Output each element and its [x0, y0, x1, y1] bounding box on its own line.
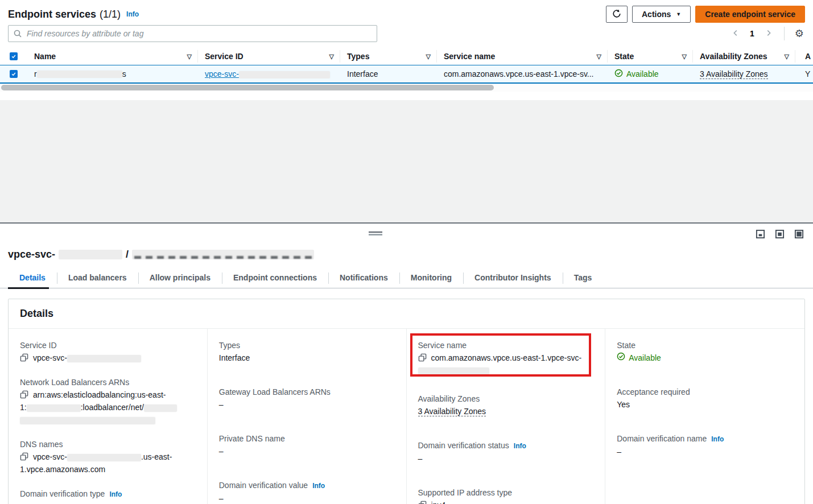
- tab-label: Monitoring: [411, 273, 452, 282]
- field-label: Domain verification statusInfo: [418, 439, 594, 452]
- filter-icon[interactable]: ▽: [426, 53, 431, 60]
- filter-icon[interactable]: ▽: [785, 53, 789, 60]
- tab-details[interactable]: Details: [8, 270, 57, 288]
- field-label: State: [617, 339, 793, 352]
- redacted-text: [20, 417, 155, 424]
- field-label: DNS names: [20, 438, 196, 451]
- field-label: Gateway Load Balancers ARNs: [219, 386, 395, 398]
- field-label: Service name: [418, 339, 594, 352]
- page-number[interactable]: 1: [748, 29, 757, 38]
- pagination-prev-button[interactable]: [729, 27, 742, 41]
- tab-endpoint-connections[interactable]: Endpoint connections: [222, 270, 328, 288]
- tab-tags[interactable]: Tags: [563, 270, 604, 288]
- types-cell: Interface: [340, 69, 437, 79]
- tab-monitoring[interactable]: Monitoring: [399, 270, 463, 288]
- redacted-text: [144, 404, 177, 412]
- tab-contributor-insights[interactable]: Contributor Insights: [463, 270, 563, 288]
- column-header-truncated[interactable]: A: [795, 52, 813, 61]
- check-circle-icon: [614, 69, 623, 79]
- copy-icon[interactable]: [20, 452, 28, 462]
- filter-icon[interactable]: ▽: [682, 53, 687, 60]
- pagination-next-button[interactable]: [762, 27, 775, 41]
- panel-tabs: Details Load balancers Allow principals …: [0, 270, 813, 288]
- details-heading: Details: [9, 299, 804, 329]
- copy-icon[interactable]: [20, 390, 28, 400]
- panel-drag-handle[interactable]: [369, 232, 382, 236]
- search-input[interactable]: [8, 25, 377, 42]
- table-header-row: Name▽ Service ID▽ Types▽ Service name▽ S…: [0, 48, 813, 65]
- copy-icon[interactable]: [20, 353, 28, 363]
- copy-icon[interactable]: [418, 353, 427, 363]
- actions-button[interactable]: Actions ▼: [632, 6, 691, 23]
- column-header-service-id[interactable]: Service ID▽: [198, 50, 340, 63]
- filter-icon[interactable]: ▽: [187, 53, 192, 60]
- column-header-availability-zones[interactable]: Availability Zones▽: [693, 50, 795, 63]
- tab-label: Contributor Insights: [474, 273, 551, 282]
- copy-icon[interactable]: [418, 501, 427, 504]
- row-checkbox[interactable]: [10, 70, 18, 78]
- details-card: Details Service ID vpce-svc- Network Loa…: [8, 299, 805, 504]
- header-actions: Actions ▼ Create endpoint service: [606, 6, 805, 23]
- service-name-cell: com.amazonaws.vpce.us-east-1.vpce-sv...: [437, 69, 608, 79]
- tab-notifications[interactable]: Notifications: [328, 270, 399, 288]
- details-column-4: State Available Acceptance required Yes …: [605, 329, 804, 504]
- actions-label: Actions: [642, 10, 671, 19]
- field-label: Domain verification nameInfo: [617, 432, 793, 445]
- redacted-text: [418, 367, 489, 375]
- tab-load-balancers[interactable]: Load balancers: [57, 270, 138, 288]
- details-column-1: Service ID vpce-svc- Network Load Balanc…: [9, 329, 208, 504]
- info-link[interactable]: Info: [514, 442, 526, 450]
- panel-size-full-button[interactable]: [794, 229, 804, 241]
- refresh-icon: [612, 9, 621, 20]
- chevron-left-icon: [732, 29, 740, 39]
- service-id-cell: vpce-svc-: [198, 69, 340, 79]
- table-row[interactable]: r s vpce-svc- Interface com.amazonaws.vp…: [0, 65, 813, 84]
- field-label: Domain verification valueInfo: [219, 479, 395, 492]
- field-label: Private DNS name: [219, 432, 395, 445]
- panel-size-controls: [756, 229, 804, 241]
- create-endpoint-service-button[interactable]: Create endpoint service: [695, 6, 805, 23]
- tab-allow-principals[interactable]: Allow principals: [138, 270, 222, 288]
- column-header-name[interactable]: Name▽: [27, 50, 198, 63]
- filter-icon[interactable]: ▽: [329, 53, 334, 60]
- detail-split-panel: vpce-svc- / Details Load balancers Allow…: [0, 224, 813, 504]
- availability-zones-link[interactable]: 3 Availability Zones: [418, 407, 486, 416]
- info-link[interactable]: Info: [126, 10, 139, 18]
- resource-count: (1/1): [100, 9, 121, 20]
- redacted-text: [239, 71, 330, 79]
- tab-label: Tags: [574, 273, 592, 282]
- field-label: Acceptance required: [617, 386, 793, 398]
- filter-icon[interactable]: ▽: [597, 53, 601, 60]
- gear-icon: ⚙: [795, 28, 804, 39]
- panel-size-medium-button[interactable]: [775, 229, 785, 241]
- scrollbar-thumb[interactable]: [1, 85, 494, 90]
- select-all-checkbox[interactable]: [10, 52, 18, 60]
- truncated-cell: Y: [795, 69, 813, 79]
- tab-label: Notifications: [340, 273, 388, 282]
- column-header-state[interactable]: State▽: [608, 50, 693, 63]
- availability-zones-link[interactable]: 3 Availability Zones: [700, 69, 768, 79]
- info-link[interactable]: Info: [711, 435, 724, 443]
- panel-title: vpce-svc- /: [8, 249, 813, 261]
- panel-size-small-button[interactable]: [756, 229, 765, 241]
- search-box: [8, 25, 377, 42]
- endpoint-services-table: Name▽ Service ID▽ Types▽ Service name▽ S…: [0, 48, 813, 84]
- redacted-text: [59, 250, 122, 259]
- page-header: Endpoint services (1/1) Info Actions ▼ C…: [8, 5, 805, 24]
- info-link[interactable]: Info: [109, 490, 122, 498]
- column-header-types[interactable]: Types▽: [340, 50, 437, 63]
- horizontal-scrollbar[interactable]: [0, 84, 813, 92]
- pagination: 1 ⚙: [729, 27, 805, 41]
- info-link[interactable]: Info: [312, 482, 325, 490]
- panel-full-icon: [794, 229, 804, 241]
- field-label: Types: [219, 339, 395, 352]
- toolbar: 1 ⚙: [8, 25, 805, 42]
- refresh-button[interactable]: [606, 6, 628, 23]
- state-cell: Available: [608, 69, 693, 79]
- page-title: Endpoint services: [8, 9, 96, 20]
- column-header-service-name[interactable]: Service name▽: [437, 50, 608, 63]
- service-id-link[interactable]: vpce-svc-: [205, 69, 330, 79]
- tab-label: Details: [19, 273, 46, 282]
- details-column-2: Types Interface Gateway Load Balancers A…: [208, 329, 407, 504]
- preferences-button[interactable]: ⚙: [794, 27, 805, 40]
